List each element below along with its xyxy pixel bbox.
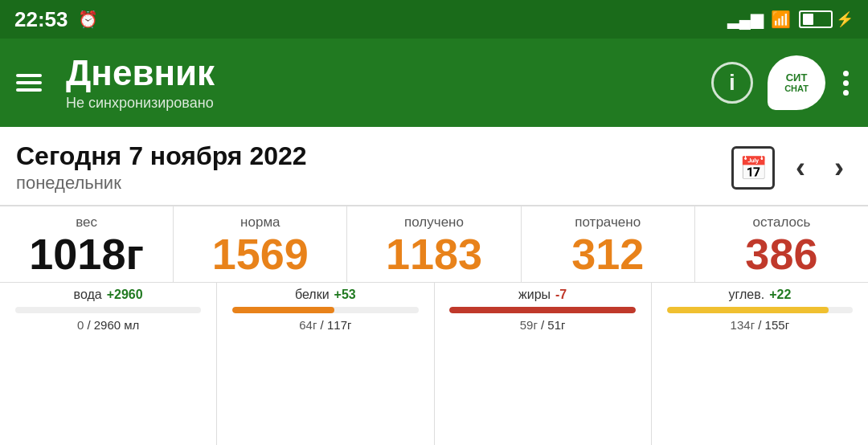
macro-bar-fill-3 xyxy=(667,307,829,313)
macro-header-2: жиры -7 xyxy=(518,288,567,302)
macro-label-1: белки xyxy=(295,288,330,302)
macro-current-0: 0 xyxy=(77,318,84,332)
stats-row: вес 1018г норма 1569 получено 1183 потра… xyxy=(0,206,868,283)
prev-day-button[interactable]: ‹ xyxy=(788,148,813,188)
stat-cell-3: потрачено 312 xyxy=(522,206,695,282)
macro-values-3: 134г / 155г xyxy=(731,318,790,332)
next-day-button[interactable]: › xyxy=(826,148,852,188)
macro-current-3: 134г xyxy=(731,318,755,332)
macros-row: вода +2960 0 / 2960 мл белки +53 64г / 1… xyxy=(0,283,868,445)
calendar-button[interactable]: 📅 xyxy=(731,146,775,190)
battery-percent: 40 xyxy=(803,14,833,24)
hamburger-line-2 xyxy=(16,81,42,84)
macro-label-2: жиры xyxy=(518,288,551,302)
date-main: Сегодня 7 ноября 2022 xyxy=(16,141,307,171)
stat-value-0: 1018г xyxy=(29,232,144,276)
dot-1 xyxy=(843,71,849,76)
calendar-icon: 📅 xyxy=(739,155,768,182)
status-right: ▂▄▆ 📶 40 ⚡ xyxy=(727,10,854,29)
chat-label-1: СИТ xyxy=(786,71,808,84)
date-sub: понедельник xyxy=(16,173,307,194)
info-button[interactable]: i xyxy=(711,62,753,104)
chat-button[interactable]: СИТ CHAT xyxy=(768,55,825,110)
chat-label-2: CHAT xyxy=(784,84,809,94)
macro-progress-1 xyxy=(232,307,419,313)
macro-delta-2: -7 xyxy=(555,288,567,302)
macro-progress-3 xyxy=(667,307,854,313)
battery-icon: 40 xyxy=(799,10,833,28)
stat-cell-2: получено 1183 xyxy=(347,206,521,282)
stat-label-3: потрачено xyxy=(575,214,641,231)
date-nav: 📅 ‹ › xyxy=(731,146,852,190)
macro-bar-fill-1 xyxy=(232,307,334,313)
info-label: i xyxy=(729,70,735,96)
alarm-icon: ⏰ xyxy=(78,10,98,29)
app-bar: Дневник Не синхронизировано i СИТ CHAT xyxy=(0,39,868,127)
macro-progress-2 xyxy=(449,307,636,313)
stat-value-3: 312 xyxy=(571,232,644,276)
macro-cell-0: вода +2960 0 / 2960 мл xyxy=(0,283,217,445)
status-bar: 22:53 ⏰ ▂▄▆ 📶 40 ⚡ xyxy=(0,0,868,39)
wifi-icon: 📶 xyxy=(771,10,791,29)
status-left: 22:53 ⏰ xyxy=(14,7,98,32)
stat-value-1: 1569 xyxy=(212,232,309,276)
macro-label-0: вода xyxy=(74,288,102,302)
app-title: Дневник xyxy=(66,54,695,92)
macro-delta-3: +22 xyxy=(769,288,791,302)
more-button[interactable] xyxy=(840,67,852,99)
macro-header-0: вода +2960 xyxy=(74,288,143,302)
app-bar-title-block: Дневник Не синхронизировано xyxy=(66,54,695,111)
status-time: 22:53 xyxy=(14,7,68,32)
macro-delta-0: +2960 xyxy=(107,288,143,302)
macro-values-0: 0 / 2960 мл xyxy=(77,318,139,332)
macro-cell-3: углев. +22 134г / 155г xyxy=(652,283,868,445)
content-area: Сегодня 7 ноября 2022 понедельник 📅 ‹ › … xyxy=(0,127,868,445)
macro-current-2: 59г xyxy=(520,318,538,332)
stat-label-0: вес xyxy=(76,214,97,231)
app-bar-actions: i СИТ CHAT xyxy=(711,55,852,110)
macro-header-1: белки +53 xyxy=(295,288,356,302)
macro-values-1: 64г / 117г xyxy=(299,318,351,332)
macro-header-3: углев. +22 xyxy=(728,288,791,302)
macro-cell-1: белки +53 64г / 117г xyxy=(217,283,434,445)
hamburger-button[interactable] xyxy=(16,74,42,92)
stat-cell-0: вес 1018г xyxy=(0,206,174,282)
macro-current-1: 64г xyxy=(299,318,317,332)
signal-icon: ▂▄▆ xyxy=(727,10,763,29)
macro-label-3: углев. xyxy=(728,288,764,302)
date-block: Сегодня 7 ноября 2022 понедельник xyxy=(16,141,307,194)
stat-label-2: получено xyxy=(404,214,464,231)
stat-value-2: 1183 xyxy=(386,232,482,276)
app-subtitle: Не синхронизировано xyxy=(66,95,695,112)
macro-delta-1: +53 xyxy=(334,288,356,302)
dot-2 xyxy=(843,80,849,86)
stat-label-4: осталось xyxy=(752,214,810,231)
date-row: Сегодня 7 ноября 2022 понедельник 📅 ‹ › xyxy=(0,127,868,197)
stat-label-1: норма xyxy=(240,214,280,231)
stat-cell-4: осталось 386 xyxy=(695,206,868,282)
hamburger-line-3 xyxy=(16,88,42,92)
macro-values-2: 59г / 51г xyxy=(520,318,566,332)
dot-3 xyxy=(843,90,849,96)
stat-cell-1: норма 1569 xyxy=(174,206,347,282)
macro-bar-fill-2 xyxy=(449,307,636,313)
hamburger-line-1 xyxy=(16,74,42,77)
charging-icon: ⚡ xyxy=(836,10,854,28)
macro-cell-2: жиры -7 59г / 51г xyxy=(435,283,652,445)
macro-progress-0 xyxy=(15,307,202,313)
stat-value-4: 386 xyxy=(745,232,817,276)
